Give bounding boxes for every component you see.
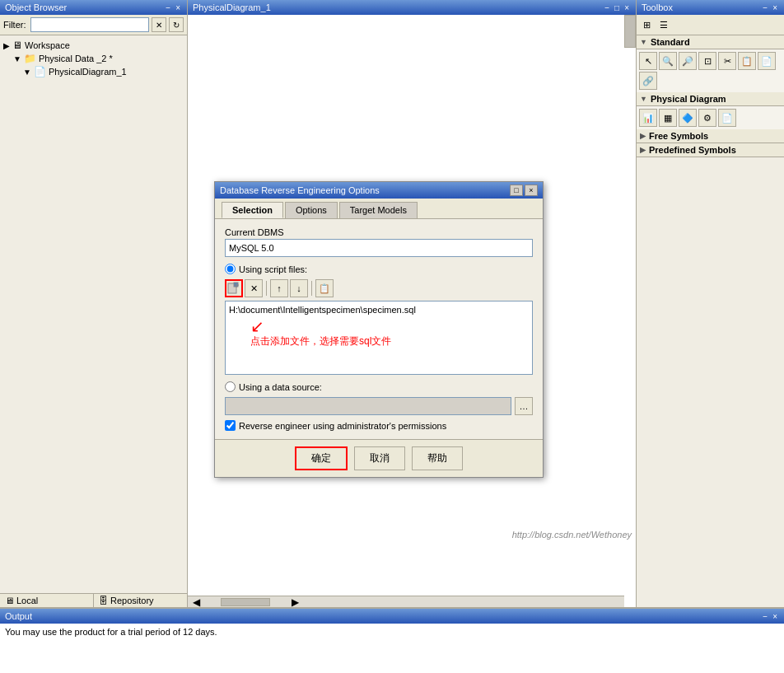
physical-diagram-label: PhysicalDiagram_1 — [49, 67, 127, 77]
dialog-close-button[interactable]: × — [525, 185, 538, 196]
cancel-button[interactable]: 取消 — [354, 446, 405, 470]
move-down-button[interactable]: ↓ — [290, 279, 308, 297]
object-browser-panel: Object Browser − × Filter: ✕ ↻ ▶ 🖥 Works… — [0, 0, 188, 607]
tab-selection-label: Selection — [232, 205, 273, 215]
toolbox-grid-view-button[interactable]: ⊞ — [638, 16, 655, 33]
current-dbms-input[interactable] — [225, 239, 533, 257]
output-minimize-button[interactable]: − — [761, 612, 769, 621]
repository-tab-button[interactable]: 🗄 Repository — [94, 594, 187, 607]
tool-pointer-button[interactable]: ↖ — [639, 52, 657, 70]
diagram-titlebar: PhysicalDiagram_1 − □ × — [188, 0, 636, 15]
horizontal-scrollbar-thumb[interactable] — [221, 598, 270, 606]
object-browser-titlebar: Object Browser − × — [0, 0, 187, 15]
dialog-title-buttons: □ × — [510, 185, 538, 196]
object-browser-title-buttons: − × — [164, 3, 182, 12]
physical-diagram-expand-icon: ▼ — [23, 68, 31, 77]
workspace-icon: 🖥 — [12, 40, 22, 51]
datasource-input[interactable] — [225, 397, 511, 415]
local-tab-button[interactable]: 🖥 Local — [0, 594, 94, 607]
diagram-restore-button[interactable]: □ — [613, 3, 621, 12]
diagram-close-button[interactable]: × — [623, 3, 631, 12]
watermark-text: http://blog.csdn.net/Wethoney — [512, 530, 632, 540]
current-dbms-group: Current DBMS — [225, 227, 533, 257]
remove-file-button[interactable]: ✕ — [245, 279, 263, 297]
dialog-footer: 确定 取消 帮助 — [215, 439, 543, 477]
tab-selection[interactable]: Selection — [222, 202, 283, 218]
tool-zoom-out-button[interactable]: 🔎 — [679, 52, 697, 70]
predefined-symbols-section-header[interactable]: ▶ Predefined Symbols — [637, 143, 784, 157]
toolbox-title-buttons: − × — [761, 3, 779, 12]
scroll-right-button[interactable]: ▶ — [287, 596, 303, 608]
tool-table-button[interactable]: 📊 — [639, 109, 657, 127]
standard-section-arrow: ▼ — [640, 38, 647, 46]
free-symbols-section-header[interactable]: ▶ Free Symbols — [637, 129, 784, 143]
toolbox-title: Toolbox — [642, 2, 673, 12]
datasource-radio-group: Using a data source: — [225, 381, 533, 392]
dialog-titlebar: Database Reverse Engineering Options □ × — [215, 182, 543, 199]
left-panel-footer: 🖥 Local 🗄 Repository — [0, 593, 187, 607]
standard-section-header[interactable]: ▼ Standard — [637, 35, 784, 49]
object-browser-float-button[interactable]: × — [174, 3, 182, 12]
confirm-button[interactable]: 确定 — [295, 446, 348, 470]
tab-target-models[interactable]: Target Models — [339, 202, 418, 218]
reverse-engineering-dialog: Database Reverse Engineering Options □ ×… — [214, 181, 544, 478]
toolbox-panel: Toolbox − × ⊞ ☰ ▼ Standard ↖ 🔍 🔎 ⊡ ✂ — [636, 0, 784, 607]
cancel-label: 取消 — [370, 452, 390, 464]
tool-link-button[interactable]: 🔗 — [639, 72, 657, 90]
physical-diagram-icon: 📄 — [34, 66, 46, 77]
tab-options[interactable]: Options — [285, 202, 338, 218]
checkbox-row: Reverse engineer using administrator's p… — [225, 420, 533, 431]
horizontal-scrollbar[interactable]: ◀ ▶ — [188, 596, 624, 607]
output-panel: Output − × You may use the product for a… — [0, 607, 784, 673]
tab-target-models-label: Target Models — [350, 205, 407, 215]
object-browser-minimize-button[interactable]: − — [164, 3, 172, 12]
workspace-expand-icon: ▶ — [3, 41, 10, 50]
datasource-radio[interactable] — [225, 381, 236, 392]
datasource-row: … — [225, 397, 533, 415]
tool-zoom-fit-button[interactable]: ⊡ — [698, 52, 716, 70]
toolbox-list-view-button[interactable]: ☰ — [656, 16, 672, 33]
help-label: 帮助 — [427, 452, 447, 464]
filter-refresh-button[interactable]: ↻ — [169, 17, 184, 32]
tool-cut-button[interactable]: ✂ — [718, 52, 736, 70]
physical-data-expand-icon: ▼ — [13, 54, 21, 63]
physical-diagram-section-header[interactable]: ▼ Physical Diagram — [637, 92, 784, 106]
toolbox-float-button[interactable]: × — [771, 3, 779, 12]
add-file-icon — [227, 282, 240, 295]
tool-paste-button[interactable]: 📄 — [758, 52, 776, 70]
filter-input[interactable] — [30, 17, 150, 32]
output-message: You may use the product for a trial peri… — [5, 627, 217, 637]
file-list[interactable]: H:\document\Intelligentspecimen\specimen… — [225, 301, 533, 375]
tree-item-workspace[interactable]: ▶ 🖥 Workspace — [3, 39, 184, 52]
tool-note-button[interactable]: 📄 — [718, 109, 736, 127]
script-files-radio[interactable] — [225, 264, 236, 274]
tree-view: ▶ 🖥 Workspace ▼ 📁 Physical Data _2 * ▼ 📄… — [0, 35, 187, 593]
output-float-button[interactable]: × — [771, 612, 779, 621]
toolbox-minimize-button[interactable]: − — [761, 3, 769, 12]
scroll-left-button[interactable]: ◀ — [188, 596, 204, 608]
admin-permissions-checkbox[interactable] — [225, 420, 236, 431]
help-button[interactable]: 帮助 — [412, 446, 463, 470]
tool-proc-button[interactable]: ⚙ — [698, 109, 716, 127]
tool-view-button[interactable]: ▦ — [659, 109, 677, 127]
edit-file-button[interactable]: 📋 — [315, 279, 334, 297]
tool-ref-button[interactable]: 🔷 — [679, 109, 697, 127]
dialog-restore-button[interactable]: □ — [510, 185, 523, 196]
predefined-symbols-section-label: Predefined Symbols — [649, 145, 736, 155]
physical-diagram-section-arrow: ▼ — [640, 95, 647, 103]
datasource-browse-button[interactable]: … — [515, 397, 533, 415]
output-title: Output — [5, 611, 32, 621]
filter-clear-button[interactable]: ✕ — [152, 17, 166, 32]
toolbar-separator — [266, 281, 267, 296]
tool-copy-button[interactable]: 📋 — [738, 52, 756, 70]
tree-item-physical-diagram[interactable]: ▼ 📄 PhysicalDiagram_1 — [3, 65, 184, 78]
repository-label: Repository — [110, 596, 154, 605]
add-file-button[interactable] — [225, 279, 243, 297]
tree-item-physical-data[interactable]: ▼ 📁 Physical Data _2 * — [3, 52, 184, 65]
annotation-container: ↙ 点击添加文件，选择需要sql文件 — [250, 318, 391, 348]
move-up-button[interactable]: ↑ — [270, 279, 288, 297]
vertical-scrollbar-thumb[interactable] — [624, 15, 636, 48]
tool-zoom-in-button[interactable]: 🔍 — [659, 52, 677, 70]
script-files-label: Using script files: — [239, 264, 307, 274]
diagram-minimize-button[interactable]: − — [603, 3, 611, 12]
